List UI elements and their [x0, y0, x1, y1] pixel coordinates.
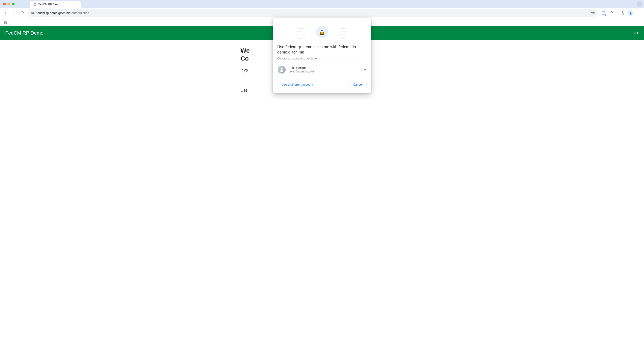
svg-point-3 — [630, 12, 631, 13]
cancel-button[interactable]: Cancel — [349, 81, 367, 88]
site-title: FedCM RP Demo — [5, 30, 44, 36]
account-info: Elisa Beckett demo@example.com — [289, 66, 314, 73]
window-titlebar: FedCM RP Demo — [0, 0, 644, 8]
dialog-illustration — [273, 22, 371, 43]
tab-title: FedCM RP Demo — [38, 3, 73, 6]
account-row[interactable]: Elisa Beckett demo@example.com ▶ — [277, 63, 367, 76]
browser-tab[interactable]: FedCM RP Demo — [30, 1, 80, 8]
labs-icon[interactable] — [619, 9, 626, 17]
page-viewport: FedCM RP Demo We Co If yo -in on t Use o… — [0, 26, 644, 362]
account-email: demo@example.com — [289, 70, 314, 73]
apps-grid-icon[interactable] — [2, 18, 9, 26]
bank-icon — [33, 3, 36, 6]
svg-point-1 — [33, 13, 34, 14]
dialog-title: Use fedcm-rp-demo.glitch.me with fedcm-i… — [273, 44, 371, 55]
toolbar-separator — [617, 11, 617, 15]
dialog-subtitle: Choose an account to continue — [273, 55, 371, 63]
fedcm-dialog: Use fedcm-rp-demo.glitch.me with fedcm-i… — [273, 18, 371, 93]
decorative-dots-right — [330, 26, 356, 47]
extension-badge-count: 1 — [605, 14, 606, 16]
window-zoom-button[interactable] — [12, 3, 14, 5]
account-avatar — [278, 66, 286, 74]
profile-button[interactable] — [627, 9, 634, 17]
dialog-actions: Use a different account Cancel — [273, 76, 371, 89]
svg-point-0 — [32, 12, 32, 12]
toolbar-right-icons: 1 — [600, 9, 642, 17]
extensions-icon[interactable] — [608, 9, 615, 17]
decorative-dots-left — [288, 26, 314, 47]
svg-rect-10 — [6, 22, 6, 23]
code-icon[interactable] — [634, 30, 639, 36]
svg-point-13 — [281, 68, 282, 69]
url-text: fedcm-rp-demo.glitch.me/authorization — [36, 11, 89, 15]
bookmark-star-icon[interactable] — [591, 11, 595, 15]
use-other-account-button[interactable]: Use a different account — [277, 81, 317, 88]
new-tab-button[interactable] — [83, 1, 89, 7]
tab-close-button[interactable] — [75, 3, 78, 6]
window-close-button[interactable] — [3, 3, 6, 5]
svg-rect-9 — [4, 22, 5, 23]
svg-rect-2 — [602, 12, 605, 14]
chevron-right-icon: ▶ — [364, 68, 366, 71]
kebab-menu-icon[interactable] — [635, 9, 642, 17]
browser-toolbar: fedcm-rp-demo.glitch.me/authorization 1 — [0, 8, 644, 18]
lock-badge-icon — [316, 26, 328, 38]
svg-point-6 — [638, 14, 639, 14]
address-bar[interactable]: fedcm-rp-demo.glitch.me/authorization — [28, 9, 598, 17]
site-settings-icon[interactable] — [31, 11, 34, 15]
svg-rect-7 — [4, 21, 5, 22]
window-minimize-button[interactable] — [8, 3, 10, 5]
svg-point-4 — [638, 12, 639, 12]
svg-rect-8 — [6, 21, 6, 22]
nav-forward-button[interactable] — [10, 9, 18, 17]
tab-search-button[interactable] — [636, 1, 642, 7]
account-name: Elisa Beckett — [289, 66, 314, 70]
nav-reload-button[interactable] — [18, 9, 26, 17]
nav-back-button[interactable] — [2, 9, 9, 17]
extension-devtools-icon[interactable]: 1 — [600, 9, 607, 17]
traffic-lights — [3, 3, 14, 5]
svg-point-5 — [638, 12, 639, 13]
